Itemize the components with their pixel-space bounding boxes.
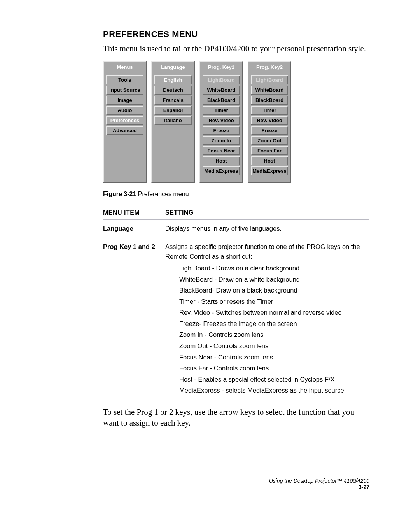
row-setting: Assigns a specific projector function to… bbox=[165, 238, 369, 401]
table-row: Prog Key 1 and 2 Assigns a specific proj… bbox=[103, 238, 369, 401]
menu-item[interactable]: Zoom In bbox=[203, 136, 240, 145]
menu-item[interactable]: Freeze bbox=[251, 126, 288, 135]
page-footer: Using the Desktop Projector™ 4100/4200 3… bbox=[103, 475, 369, 490]
menu-header: Prog. Key1 bbox=[201, 63, 241, 72]
menu-column-prog-key2: Prog. Key2 LightBoard WhiteBoard BlackBo… bbox=[248, 61, 291, 183]
menu-item[interactable]: WhiteBoard bbox=[251, 86, 288, 95]
menu-item[interactable]: WhiteBoard bbox=[203, 86, 240, 95]
list-item: LightBoard - Draws on a clear background bbox=[179, 263, 369, 273]
figure-caption: Figure 3-21 Preferences menu bbox=[103, 191, 369, 198]
menu-item[interactable]: Rev. Video bbox=[251, 116, 288, 125]
section-heading: PREFERENCES MENU bbox=[103, 29, 369, 39]
list-item: Freeze- Freezes the image on the screen bbox=[179, 319, 369, 329]
menu-item[interactable]: Rev. Video bbox=[203, 116, 240, 125]
menu-item[interactable]: Audio bbox=[106, 106, 144, 115]
menu-column-menus: Menus Tools Input Source Image Audio Pre… bbox=[103, 61, 147, 183]
row-setting-lead: Assigns a specific projector function to… bbox=[165, 243, 360, 260]
menu-item[interactable]: Host bbox=[203, 156, 240, 165]
menu-item[interactable]: MediaExpress bbox=[203, 166, 240, 175]
menu-item[interactable]: Timer bbox=[251, 106, 288, 115]
menu-item[interactable]: BlackBoard bbox=[251, 96, 288, 105]
menu-item[interactable]: Italiano bbox=[154, 116, 192, 125]
menu-item-selected[interactable]: English bbox=[154, 75, 192, 84]
intro-paragraph: This menu is used to tailor the DP4100/4… bbox=[103, 43, 369, 54]
list-item: MediaExpress - selects MediaExpress as t… bbox=[179, 386, 369, 396]
footer-title: Using the Desktop Projector™ 4100/4200 bbox=[269, 478, 369, 484]
list-item: Zoom Out - Controls zoom lens bbox=[179, 341, 369, 351]
list-item: Focus Far - Controls zoom lens bbox=[179, 363, 369, 373]
row-item-label: Prog Key 1 and 2 bbox=[103, 238, 165, 401]
table-row: Language Displays menus in any of five l… bbox=[103, 219, 369, 238]
list-item: BlackBoard- Draw on a black background bbox=[179, 286, 369, 296]
menu-header: Prog. Key2 bbox=[250, 63, 289, 72]
table-header-setting: SETTING bbox=[165, 209, 369, 219]
footer-page-number: 3-27 bbox=[359, 484, 369, 490]
menu-item[interactable]: Tools bbox=[106, 75, 144, 84]
menu-item[interactable]: Focus Near bbox=[203, 146, 240, 155]
figure-text: Preferences menu bbox=[138, 191, 189, 197]
figure-label: Figure 3-21 bbox=[103, 191, 136, 197]
menu-item[interactable]: Deutsch bbox=[154, 86, 192, 95]
prog-key-functions-list: LightBoard - Draws on a clear background… bbox=[179, 263, 369, 396]
menu-item-selected[interactable]: Preferences bbox=[106, 116, 144, 125]
menu-header: Menus bbox=[105, 63, 145, 72]
menu-item[interactable]: BlackBoard bbox=[203, 96, 240, 105]
menu-header: Language bbox=[153, 63, 193, 72]
list-item: Host - Enables a special effect selected… bbox=[179, 375, 369, 385]
menu-item[interactable]: Zoom Out bbox=[251, 136, 288, 145]
menu-item[interactable]: Focus Far bbox=[251, 146, 288, 155]
menu-item[interactable]: Español bbox=[154, 106, 192, 115]
list-item: Focus Near - Controls zoom lens bbox=[179, 352, 369, 363]
menu-item-selected[interactable]: LightBoard bbox=[203, 75, 240, 84]
body-paragraph: To set the Prog 1 or 2 keys, use the arr… bbox=[103, 407, 369, 429]
row-item-label: Language bbox=[103, 219, 165, 238]
menu-item[interactable]: Timer bbox=[203, 106, 240, 115]
menu-item[interactable]: Freeze bbox=[203, 126, 240, 135]
list-item: Rev. Video - Switches between normal and… bbox=[179, 308, 369, 318]
menu-item[interactable]: Image bbox=[106, 96, 144, 105]
menu-column-language: Language English Deutsch Francais Españo… bbox=[151, 61, 195, 183]
menu-item[interactable]: Francais bbox=[154, 96, 192, 105]
menu-item-selected[interactable]: LightBoard bbox=[251, 75, 288, 84]
table-header-menu-item: MENU ITEM bbox=[103, 209, 165, 219]
list-item: WhiteBoard - Draw on a white background bbox=[179, 275, 369, 285]
menu-item[interactable]: MediaExpress bbox=[251, 166, 288, 175]
menu-item[interactable]: Input Source bbox=[106, 86, 144, 95]
preferences-menu-figure: Menus Tools Input Source Image Audio Pre… bbox=[103, 61, 369, 183]
menu-item[interactable]: Host bbox=[251, 156, 288, 165]
list-item: Timer - Starts or resets the Timer bbox=[179, 297, 369, 307]
settings-table: MENU ITEM SETTING Language Displays menu… bbox=[103, 209, 369, 401]
list-item: Zoom In - Controls zoom lens bbox=[179, 330, 369, 340]
menu-item[interactable]: Advanced bbox=[106, 126, 144, 135]
row-setting: Displays menus in any of five languages. bbox=[165, 219, 369, 238]
menu-column-prog-key1: Prog. Key1 LightBoard WhiteBoard BlackBo… bbox=[200, 61, 243, 183]
